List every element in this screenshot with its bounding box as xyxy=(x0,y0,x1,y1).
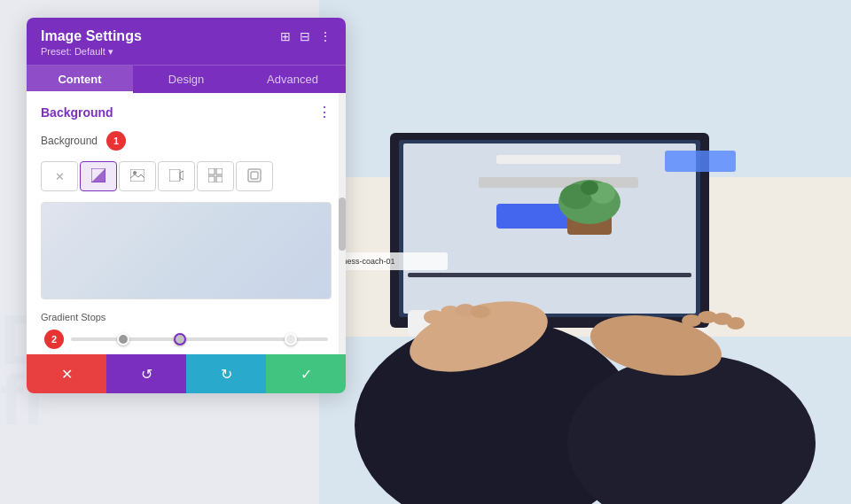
gradient-stops-section: Gradient Stops 2 xyxy=(27,303,346,354)
svg-point-15 xyxy=(581,181,598,195)
image-bg-icon xyxy=(130,169,144,184)
panel-title: Image Settings xyxy=(41,28,142,44)
section-title: Background xyxy=(41,105,113,120)
video-background-button[interactable] xyxy=(158,161,195,191)
panel-footer: ✕ ↺ ↻ ✓ xyxy=(27,354,346,393)
cancel-icon: ✕ xyxy=(61,366,73,383)
image-area: business-coach-01 xyxy=(319,0,851,504)
gradient-slider-track[interactable] xyxy=(71,337,328,341)
badge-2[interactable]: 2 xyxy=(44,330,64,349)
svg-rect-7 xyxy=(479,177,638,188)
gradient-background-button[interactable] xyxy=(80,161,117,191)
svg-point-25 xyxy=(471,306,490,318)
expand-icon[interactable]: ⊞ xyxy=(280,29,291,43)
svg-rect-35 xyxy=(169,169,180,182)
tab-design[interactable]: Design xyxy=(133,66,239,93)
reset-icon: ↺ xyxy=(141,366,152,383)
svg-rect-9 xyxy=(665,151,736,172)
panel-preset[interactable]: Preset: Default ▾ xyxy=(41,46,332,58)
image-settings-panel: Image Settings ⊞ ⊟ ⋮ Preset: Default ▾ C… xyxy=(27,18,346,393)
background-label: Background xyxy=(41,135,98,147)
svg-rect-40 xyxy=(216,176,223,182)
badge-1[interactable]: 1 xyxy=(106,131,126,151)
svg-rect-42 xyxy=(251,172,258,179)
gradient-stop-3[interactable] xyxy=(285,333,297,345)
gradient-stop-1[interactable] xyxy=(117,333,129,345)
more-icon[interactable]: ⋮ xyxy=(319,29,332,43)
no-background-button[interactable]: ✕ xyxy=(41,161,78,191)
cancel-button[interactable]: ✕ xyxy=(27,354,106,393)
image-background-button[interactable] xyxy=(119,161,156,191)
scroll-thumb[interactable] xyxy=(339,198,346,251)
svg-rect-39 xyxy=(208,176,215,182)
columns-icon[interactable]: ⊟ xyxy=(300,29,310,43)
gradient-preview xyxy=(41,202,332,299)
tab-advanced[interactable]: Advanced xyxy=(239,66,346,93)
background-type-icons: ✕ xyxy=(27,158,346,198)
confirm-button[interactable]: ✓ xyxy=(266,354,346,393)
pattern-bg-icon xyxy=(208,168,223,185)
svg-rect-38 xyxy=(216,168,223,174)
svg-rect-41 xyxy=(248,169,261,182)
video-bg-icon xyxy=(169,169,183,184)
no-bg-icon: ✕ xyxy=(55,170,65,183)
section-menu-icon[interactable]: ⋮ xyxy=(317,104,332,120)
confirm-icon: ✓ xyxy=(301,366,312,383)
tab-content[interactable]: Content xyxy=(27,66,133,93)
redo-icon: ↻ xyxy=(221,366,232,383)
svg-marker-36 xyxy=(180,171,183,180)
gradient-icon xyxy=(91,168,105,185)
pattern-background-button[interactable] xyxy=(197,161,234,191)
gradient-stops-label: Gradient Stops xyxy=(41,312,332,322)
panel-body: Background ⋮ Background 1 ✕ xyxy=(27,93,346,354)
mask-background-button[interactable] xyxy=(236,161,273,191)
panel-header: Image Settings ⊞ ⊟ ⋮ Preset: Default ▾ xyxy=(27,18,346,65)
svg-point-29 xyxy=(727,317,745,330)
redo-button[interactable]: ↻ xyxy=(186,354,266,393)
svg-marker-31 xyxy=(91,168,105,182)
scroll-track xyxy=(339,93,346,354)
reset-button[interactable]: ↺ xyxy=(106,354,186,393)
svg-rect-8 xyxy=(496,155,621,164)
svg-rect-37 xyxy=(208,168,215,174)
gradient-stop-2[interactable] xyxy=(174,333,186,345)
svg-rect-10 xyxy=(408,273,691,277)
mask-bg-icon xyxy=(247,168,262,185)
panel-tabs: Content Design Advanced xyxy=(27,65,346,93)
